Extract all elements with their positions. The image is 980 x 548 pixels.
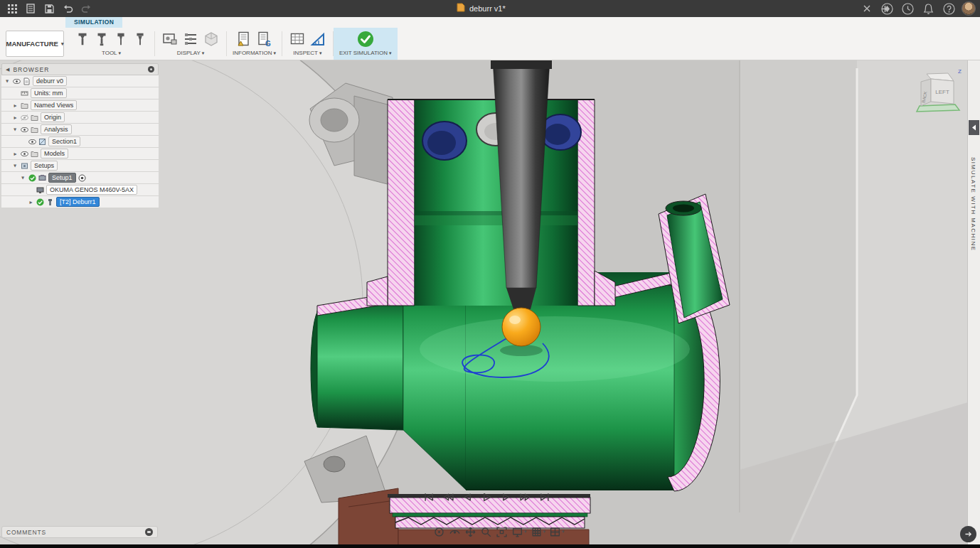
comment-bubble-icon[interactable] bbox=[145, 528, 153, 536]
browser-item-label[interactable]: Units: mm bbox=[31, 88, 67, 98]
comments-bar[interactable]: COMMENTS bbox=[1, 526, 158, 538]
tool-4-icon[interactable] bbox=[132, 30, 149, 48]
eye-icon[interactable] bbox=[21, 150, 28, 158]
viewports-icon[interactable]: ▾ bbox=[548, 525, 565, 539]
measure-icon[interactable] bbox=[309, 30, 327, 48]
grid-snaps-icon[interactable]: ▾ bbox=[530, 525, 547, 539]
workspace-selector[interactable]: MANUFACTURE ▾ bbox=[6, 31, 64, 57]
display-settings-icon[interactable]: ▾ bbox=[511, 525, 528, 539]
section-icon bbox=[38, 138, 46, 146]
browser-item-analysis[interactable]: ▸Analysis bbox=[1, 124, 159, 136]
browser-item-setups[interactable]: ▸Setups bbox=[1, 160, 159, 172]
folder-icon bbox=[21, 102, 28, 109]
browser-item-label[interactable]: Origin bbox=[41, 112, 65, 122]
expand-panel-button[interactable] bbox=[969, 120, 979, 135]
browser-item-named-views[interactable]: ▸Named Views bbox=[1, 100, 159, 112]
step-forward-button[interactable] bbox=[498, 490, 513, 503]
active-setup-icon[interactable] bbox=[78, 174, 86, 182]
pan-icon[interactable] bbox=[464, 525, 477, 539]
avatar[interactable] bbox=[962, 1, 976, 16]
previous-operation-button[interactable] bbox=[440, 490, 456, 503]
job-status-icon[interactable] bbox=[900, 1, 915, 16]
go-to-end-button[interactable] bbox=[536, 490, 552, 503]
results-table-icon[interactable] bbox=[288, 30, 307, 48]
close-tab-button[interactable] bbox=[859, 1, 875, 16]
undo-icon[interactable] bbox=[60, 1, 75, 16]
browser-item-label[interactable]: Models bbox=[41, 149, 68, 159]
browser-item-models[interactable]: ▸Models bbox=[1, 148, 159, 160]
tool-3-icon[interactable] bbox=[112, 30, 129, 48]
tab-simulation[interactable]: SIMULATION bbox=[65, 17, 122, 28]
browser-item-okuma-genos-m460v-5ax[interactable]: OKUMA GENOS M460V-5AX bbox=[1, 184, 159, 196]
browser-item-label[interactable]: Setups bbox=[31, 161, 58, 171]
toolbar-group-label-exit[interactable]: EXIT SIMULATION▾ bbox=[339, 50, 392, 56]
toolbar-group-label-inspect[interactable]: INSPECT▾ bbox=[293, 50, 321, 56]
eye-icon[interactable] bbox=[13, 77, 21, 85]
play-button[interactable] bbox=[479, 490, 494, 503]
help-icon[interactable] bbox=[941, 1, 957, 16]
eye-icon[interactable] bbox=[21, 114, 28, 122]
gcode-icon[interactable]: G bbox=[255, 30, 274, 48]
tool-1-icon[interactable] bbox=[74, 30, 91, 48]
go-to-start-button[interactable] bbox=[421, 490, 437, 503]
doc-icon bbox=[23, 77, 31, 85]
notifications-icon[interactable] bbox=[920, 1, 936, 16]
expander-icon[interactable]: ▸ bbox=[20, 175, 26, 181]
browser-header[interactable]: ◀ BROWSER bbox=[1, 63, 159, 75]
browser-item-section1[interactable]: Section1 bbox=[1, 136, 159, 148]
orbit-icon[interactable] bbox=[432, 525, 446, 539]
browser-item-origin[interactable]: ▸Origin bbox=[1, 112, 159, 124]
zoom-icon[interactable] bbox=[479, 525, 493, 539]
eye-icon[interactable] bbox=[28, 138, 36, 146]
tool-2-icon[interactable] bbox=[93, 30, 110, 48]
navigation-bar: ▾▾▾ bbox=[432, 525, 565, 539]
appearance-icon[interactable] bbox=[161, 30, 179, 48]
expander-icon[interactable]: ▸ bbox=[12, 151, 18, 157]
simulate-with-machine-tab[interactable]: SIMULATE WITH MACHINE bbox=[970, 157, 976, 252]
viewport: ◀ BROWSER ▸deburr v0Units: mm▸Named View… bbox=[0, 60, 980, 544]
toolbar-group-label-display[interactable]: DISPLAY▾ bbox=[177, 50, 205, 56]
document-tab[interactable]: deburr v1* bbox=[457, 0, 506, 17]
next-operation-button[interactable] bbox=[517, 490, 533, 503]
browser-item-label[interactable]: Setup1 bbox=[48, 173, 76, 183]
toolbar-group-label-tool[interactable]: TOOL▾ bbox=[102, 50, 121, 56]
toolbar-group-label-information[interactable]: INFORMATION▾ bbox=[233, 50, 276, 56]
toolbar-ribbon: SIMULATION MANUFACTURE ▾ TOOL▾ bbox=[0, 17, 980, 60]
expander-icon[interactable]: ▸ bbox=[12, 102, 18, 109]
expand-corner-button[interactable] bbox=[960, 526, 976, 542]
expander-icon[interactable]: ▸ bbox=[28, 199, 34, 205]
browser-item-label[interactable]: [T2] Deburr1 bbox=[56, 197, 100, 207]
save-icon[interactable] bbox=[41, 1, 57, 16]
data-panel-icon[interactable] bbox=[23, 1, 38, 16]
browser-item-t2-deburr1[interactable]: ▸[T2] Deburr1 bbox=[1, 196, 159, 208]
display-list-icon[interactable] bbox=[181, 30, 200, 48]
browser-options-icon[interactable] bbox=[148, 66, 154, 72]
redo-icon[interactable] bbox=[78, 1, 94, 16]
collapse-arrow-icon[interactable]: ◀ bbox=[6, 67, 9, 72]
browser-item-label[interactable]: Named Views bbox=[31, 100, 77, 110]
browser-item-deburr-v0[interactable]: ▸deburr v0 bbox=[1, 75, 159, 87]
check-icon bbox=[36, 198, 44, 206]
exit-simulation-button[interactable] bbox=[356, 29, 376, 49]
axis-z-label: Z bbox=[958, 68, 962, 75]
browser-item-label[interactable]: Analysis bbox=[41, 124, 72, 134]
browser-item-units-mm[interactable]: Units: mm bbox=[1, 87, 159, 100]
expander-icon[interactable]: ▸ bbox=[12, 127, 18, 133]
browser-item-label[interactable]: OKUMA GENOS M460V-5AX bbox=[46, 185, 137, 195]
viewcube[interactable]: Z LEFT BACK bbox=[914, 65, 965, 116]
step-back-button[interactable] bbox=[459, 490, 475, 503]
browser-item-label[interactable]: Section1 bbox=[48, 136, 80, 146]
expander-icon[interactable]: ▸ bbox=[12, 114, 18, 121]
expander-icon[interactable]: ▸ bbox=[12, 163, 18, 169]
browser-item-label[interactable]: deburr v0 bbox=[33, 76, 67, 86]
statistics-icon[interactable] bbox=[235, 30, 253, 48]
expander-icon[interactable]: ▸ bbox=[4, 78, 11, 85]
look-at-icon[interactable] bbox=[448, 525, 462, 539]
apps-grid-icon[interactable] bbox=[4, 1, 20, 16]
browser-item-setup1[interactable]: ▸Setup1 bbox=[1, 172, 159, 184]
fit-icon[interactable] bbox=[495, 525, 508, 539]
environment-cube-icon[interactable] bbox=[202, 30, 220, 48]
eye-icon[interactable] bbox=[21, 126, 28, 134]
folder-icon bbox=[31, 150, 38, 158]
extensions-icon[interactable] bbox=[879, 1, 895, 16]
